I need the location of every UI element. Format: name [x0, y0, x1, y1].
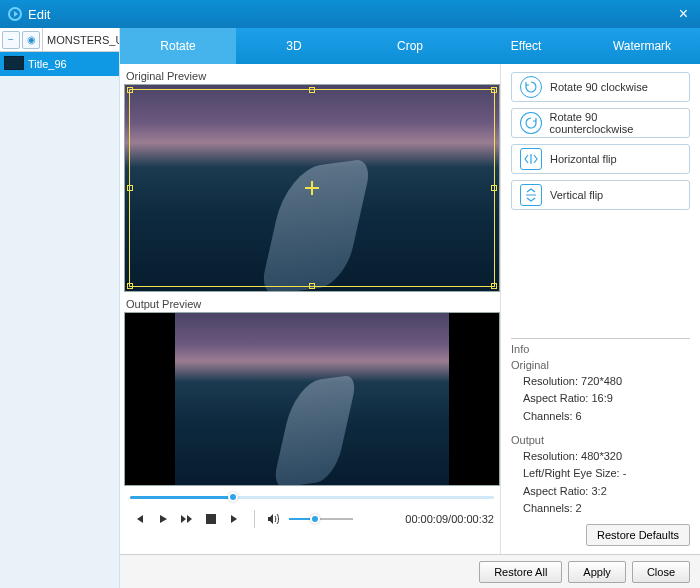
crop-handle[interactable] — [309, 87, 315, 93]
crop-handle[interactable] — [127, 185, 133, 191]
tab-rotate[interactable]: Rotate — [120, 28, 236, 64]
original-preview[interactable] — [124, 84, 500, 292]
crop-handle[interactable] — [491, 185, 497, 191]
crop-handle[interactable] — [127, 283, 133, 289]
play-button[interactable] — [154, 510, 172, 528]
tab-bar: Rotate 3D Crop Effect Watermark — [120, 28, 700, 64]
crosshair-icon[interactable] — [305, 181, 319, 195]
crop-rect[interactable] — [129, 89, 495, 287]
info-original-header: Original — [511, 359, 690, 371]
flip-v-icon — [520, 184, 542, 206]
rotate-cw-icon — [520, 76, 542, 98]
playback-controls: 00:00:09/00:00:32 — [124, 504, 500, 534]
close-icon[interactable]: × — [675, 5, 692, 23]
original-preview-label: Original Preview — [124, 68, 500, 84]
title-bar: Edit × — [0, 0, 700, 28]
disc-icon[interactable]: ◉ — [22, 31, 40, 49]
tab-crop[interactable]: Crop — [352, 28, 468, 64]
info-header: Info — [511, 343, 690, 355]
collapse-button[interactable]: − — [2, 31, 20, 49]
time-display: 00:00:09/00:00:32 — [405, 513, 494, 525]
sidebar-file-bar: − ◉ MONSTERS_U... — [0, 28, 119, 52]
info-row: Left/Right Eye Size: - — [523, 465, 690, 483]
op-label: Horizontal flip — [550, 153, 617, 165]
crop-handle[interactable] — [309, 283, 315, 289]
flip-h-icon — [520, 148, 542, 170]
info-row: Channels: 6 — [523, 408, 690, 426]
tab-effect[interactable]: Effect — [468, 28, 584, 64]
op-label: Rotate 90 clockwise — [550, 81, 648, 93]
output-preview — [124, 312, 500, 486]
info-row: Aspect Ratio: 16:9 — [523, 390, 690, 408]
sidebar-item-label: Title_96 — [28, 58, 67, 70]
prev-button[interactable] — [130, 510, 148, 528]
info-row: Aspect Ratio: 3:2 — [523, 483, 690, 501]
apply-button[interactable]: Apply — [568, 561, 626, 583]
info-output-header: Output — [511, 434, 690, 446]
seek-slider[interactable] — [130, 490, 494, 504]
footer: Restore All Apply Close — [120, 554, 700, 588]
flip-h-button[interactable]: Horizontal flip — [511, 144, 690, 174]
svg-rect-0 — [206, 514, 216, 524]
volume-icon[interactable] — [265, 510, 283, 528]
sidebar-item-title[interactable]: Title_96 — [0, 52, 119, 76]
rotate-ccw-button[interactable]: Rotate 90 counterclockwise — [511, 108, 690, 138]
volume-slider[interactable] — [289, 514, 353, 524]
next-button[interactable] — [226, 510, 244, 528]
info-row: Channels: 2 — [523, 500, 690, 518]
rotate-cw-button[interactable]: Rotate 90 clockwise — [511, 72, 690, 102]
crop-handle[interactable] — [127, 87, 133, 93]
info-row: Resolution: 480*320 — [523, 448, 690, 466]
op-label: Vertical flip — [550, 189, 603, 201]
output-preview-label: Output Preview — [124, 296, 500, 312]
tab-3d[interactable]: 3D — [236, 28, 352, 64]
restore-all-button[interactable]: Restore All — [479, 561, 562, 583]
info-panel: Info Original Resolution: 720*480 Aspect… — [511, 334, 690, 518]
fast-forward-button[interactable] — [178, 510, 196, 528]
crop-handle[interactable] — [491, 283, 497, 289]
app-icon — [8, 7, 22, 21]
close-button[interactable]: Close — [632, 561, 690, 583]
flip-v-button[interactable]: Vertical flip — [511, 180, 690, 210]
crop-handle[interactable] — [491, 87, 497, 93]
rotate-ccw-icon — [520, 112, 542, 134]
tab-watermark[interactable]: Watermark — [584, 28, 700, 64]
clip-thumbnail — [4, 56, 24, 70]
window-title: Edit — [28, 7, 50, 22]
sidebar: − ◉ MONSTERS_U... Title_96 — [0, 28, 120, 588]
info-row: Resolution: 720*480 — [523, 373, 690, 391]
restore-defaults-button[interactable]: Restore Defaults — [586, 524, 690, 546]
stop-button[interactable] — [202, 510, 220, 528]
op-label: Rotate 90 counterclockwise — [550, 111, 681, 135]
filename-label: MONSTERS_U... — [42, 28, 119, 51]
